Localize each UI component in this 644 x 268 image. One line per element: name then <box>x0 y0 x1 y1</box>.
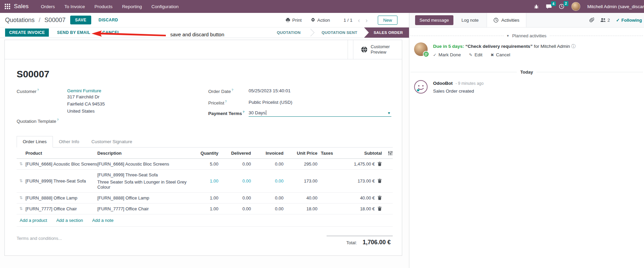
table-row[interactable]: ⇅ [FURN_7777] Office Chair [FURN_7777] O… <box>17 204 393 214</box>
col-quantity[interactable]: Quantity <box>189 151 218 156</box>
mark-done-button[interactable]: ✓Mark Done <box>433 52 461 57</box>
send-by-email-button[interactable]: SEND BY EMAIL <box>53 28 94 37</box>
optional-columns-icon[interactable] <box>382 151 393 155</box>
total-value: 1,706.00 € <box>363 239 391 246</box>
breadcrumb-parent[interactable]: Quotations <box>5 17 35 23</box>
field-group: Customer? Gemini Furniture 317 Fairchild… <box>17 88 393 127</box>
cancel-button[interactable]: CANCEL <box>98 28 124 37</box>
messages-badge: 4 <box>551 1 556 6</box>
terms-placeholder[interactable]: Terms and conditions... <box>17 236 62 246</box>
delete-row-icon[interactable] <box>377 178 382 183</box>
menu-orders[interactable]: Orders <box>36 0 60 13</box>
stage-pipeline: QUOTATION QUOTATION SENT SALES ORDER <box>270 27 409 38</box>
message-body: Sales Order created <box>433 89 484 94</box>
add-a-note-link[interactable]: Add a note <box>92 218 114 223</box>
user-avatar[interactable] <box>571 2 580 11</box>
add-a-product-link[interactable]: Add a product <box>20 218 47 223</box>
table-add-links: Add a product Add a section Add a note <box>17 214 393 227</box>
drag-handle-icon[interactable]: ⇅ <box>17 206 25 211</box>
breadcrumb: Quotations / S00007 <box>5 17 65 24</box>
activity-assignee: for Mitchell Admin <box>534 44 570 49</box>
collapse-caret-icon: ▾ <box>507 34 509 38</box>
pager-next-icon[interactable]: › <box>366 17 368 23</box>
cancel-activity-button[interactable]: ✖Cancel <box>490 52 510 57</box>
edit-activity-button[interactable]: ✎Edit <box>469 52 482 57</box>
save-button[interactable]: SAVE <box>70 16 91 24</box>
stage-quotation-sent[interactable]: QUOTATION SENT <box>315 27 364 38</box>
col-unit-price[interactable]: Unit Price <box>284 151 317 156</box>
delete-row-icon[interactable] <box>377 161 382 166</box>
col-subtotal[interactable]: Subtotal <box>342 151 382 156</box>
following-button[interactable]: ✓ Following <box>616 18 642 23</box>
pricelist-value[interactable]: Public Pricelist (USD) <box>249 100 292 106</box>
odoobot-avatar[interactable] <box>414 80 428 94</box>
drag-handle-icon[interactable]: ⇅ <box>17 161 25 166</box>
tab-order-lines[interactable]: Order Lines <box>17 136 53 148</box>
order-date-value[interactable]: 05/25/2023 15:40:01 <box>249 88 291 94</box>
activity-summary: “Check delivery requirements” <box>465 44 532 49</box>
info-icon[interactable]: ⓘ <box>571 44 575 49</box>
pager-prev-icon[interactable]: ‹ <box>358 17 360 23</box>
total-block: Total: 1,706.00 € <box>327 236 393 246</box>
delete-row-icon[interactable] <box>377 206 382 211</box>
message-author[interactable]: OdooBot <box>433 81 453 86</box>
menu-reporting[interactable]: Reporting <box>117 0 147 13</box>
menu-configuration[interactable]: Configuration <box>147 0 183 13</box>
table-row[interactable]: ⇅ [FURN_8888] Office Lamp [FURN_8888] Of… <box>17 193 393 204</box>
planned-activity-item: Due in 5 days: “Check delivery requireme… <box>409 38 644 57</box>
apps-menu-icon[interactable] <box>5 4 11 9</box>
printer-icon <box>286 18 290 22</box>
activity-type-badge-icon <box>423 51 429 57</box>
attachment-paperclip-icon[interactable] <box>589 18 594 23</box>
action-button[interactable]: Action <box>311 18 330 23</box>
debug-bug-icon[interactable] <box>534 4 539 9</box>
tab-activities[interactable]: Activities <box>487 13 526 27</box>
payment-terms-input[interactable]: 30 Days ▾ <box>249 110 391 117</box>
app-name[interactable]: Sales <box>14 3 29 10</box>
stage-quotation[interactable]: QUOTATION <box>270 27 307 38</box>
messages-icon[interactable]: 4 <box>546 4 552 9</box>
tab-other-info[interactable]: Other Info <box>53 136 85 147</box>
globe-icon <box>361 46 368 53</box>
nav-menu: Orders To Invoice Products Reporting Con… <box>36 0 183 13</box>
customer-label: Customer? <box>17 88 67 115</box>
table-row[interactable]: ⇅ [FURN_6666] Acoustic Bloc Screens [FUR… <box>17 159 393 170</box>
help-marker: ? <box>225 100 227 103</box>
send-message-button[interactable]: Send message <box>415 15 453 25</box>
delete-row-icon[interactable] <box>377 195 382 200</box>
col-description[interactable]: Description <box>97 151 189 156</box>
menu-to-invoice[interactable]: To Invoice <box>60 0 90 13</box>
chevron-down-icon[interactable]: ▾ <box>388 111 390 115</box>
col-product[interactable]: Product <box>25 151 97 156</box>
pricelist-label: Pricelist? <box>208 100 249 106</box>
activities-clock-icon[interactable]: 2 <box>559 4 564 9</box>
create-invoice-button[interactable]: CREATE INVOICE <box>5 28 49 37</box>
customer-preview-label: Customer Preview <box>371 44 394 55</box>
col-invoiced[interactable]: Invoiced <box>251 151 284 156</box>
log-note-button[interactable]: Log note <box>462 18 479 23</box>
record-name[interactable]: S00007 <box>17 69 393 80</box>
col-taxes[interactable]: Taxes <box>317 151 342 156</box>
nav-right-cluster: 4 2 Mitchell Admin (save_discar <box>534 0 644 13</box>
table-row[interactable]: ⇅ [FURN_8999] Three-Seat Sofa [FURN_8999… <box>17 170 393 193</box>
annotation-text: save and discard button <box>170 32 224 37</box>
col-delivered[interactable]: Delivered <box>218 151 251 156</box>
payment-terms-label: Payment Terms? <box>208 110 249 117</box>
user-name[interactable]: Mitchell Admin (save_discar <box>587 4 644 9</box>
add-a-section-link[interactable]: Add a section <box>56 218 83 223</box>
help-marker: ? <box>232 88 233 92</box>
customer-preview-button[interactable]: Customer Preview <box>353 40 402 59</box>
drag-handle-icon[interactable]: ⇅ <box>17 195 25 200</box>
discard-button[interactable]: DISCARD <box>96 16 121 24</box>
order-lines-table: Product Description Quantity Delivered I… <box>17 148 393 227</box>
followers-button[interactable]: 2 <box>600 18 610 23</box>
print-button[interactable]: Print <box>286 18 302 23</box>
new-button[interactable]: New <box>378 16 397 25</box>
planned-activities-header[interactable]: ▾ Planned activities <box>409 33 644 38</box>
stage-sales-order[interactable]: SALES ORDER <box>364 27 409 38</box>
customer-link[interactable]: Gemini Furniture <box>67 88 101 93</box>
text-cursor <box>266 110 266 115</box>
menu-products[interactable]: Products <box>90 0 117 13</box>
tab-customer-signature[interactable]: Customer Signature <box>85 136 138 147</box>
drag-handle-icon[interactable]: ⇅ <box>17 178 25 183</box>
